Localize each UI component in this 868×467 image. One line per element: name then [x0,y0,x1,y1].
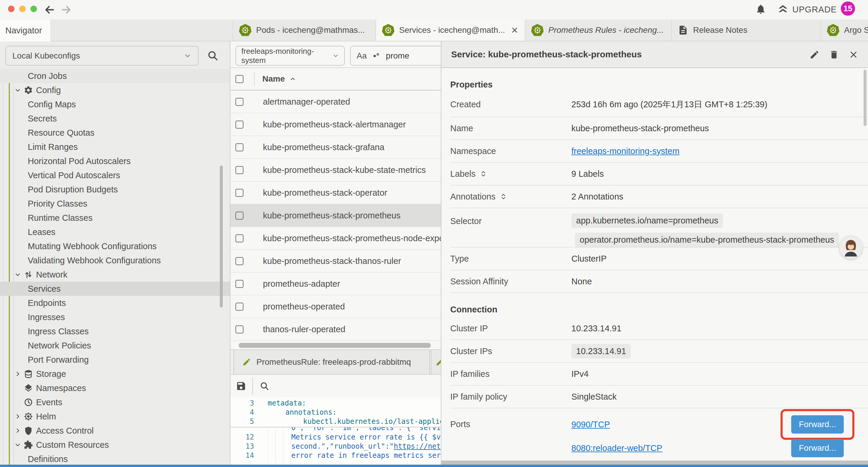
namespace-select[interactable]: freeleaps-monitoring-system [236,46,345,66]
sidebar-item[interactable]: Events [0,395,230,409]
close-tab-icon[interactable] [510,26,519,34]
regex-toggle[interactable]: ▪* [373,51,379,61]
forward-arrow-icon[interactable] [60,4,72,16]
sidebar-item[interactable]: Network Policies [0,339,230,353]
search-icon[interactable] [207,50,219,61]
row-checkbox[interactable] [236,143,243,151]
runbook-url-link[interactable]: https://net [394,442,441,450]
cluster-tab[interactable]: Services - icecheng@math... [375,20,525,41]
yaml-editor[interactable]: 3 metadata: 4 annotations: 5 kubectl.kub… [230,397,441,465]
sidebar-item[interactable]: Ingress Classes [0,324,230,339]
back-arrow-icon[interactable] [44,4,56,16]
table-row[interactable]: thanos-ruler-operated [230,318,441,341]
notifications-bell-icon[interactable] [755,4,766,15]
save-icon[interactable] [236,381,246,391]
cluster-tab[interactable]: Argo Se [820,20,868,41]
sidebar-item[interactable]: Config [0,83,230,97]
row-checkbox[interactable] [236,280,243,288]
sidebar-item[interactable]: Endpoints [0,296,230,310]
sidebar-item[interactable]: Horizontal Pod Autoscalers [0,154,230,168]
row-checkbox[interactable] [236,121,243,128]
sidebar-item[interactable]: Access Control [0,424,230,438]
traffic-light-close[interactable] [8,6,14,12]
table-row[interactable]: kube-prometheus-stack-thanos-ruler [230,250,441,272]
row-checkbox[interactable] [236,257,243,265]
table-row[interactable]: kube-prometheus-stack-operator [230,181,441,204]
cluster-tab[interactable]: Pods - icecheng@mathmas... [232,20,375,41]
match-case-toggle[interactable]: Aa [356,51,367,61]
tree-chevron-icon[interactable] [14,427,21,434]
cluster-tab[interactable]: Release Notes [671,20,820,41]
row-checkbox[interactable] [236,234,243,242]
sidebar-item[interactable]: Services [0,282,230,296]
sidebar-item[interactable]: Network [0,267,230,282]
table-row[interactable]: prometheus-adapter [230,272,441,295]
user-avatar[interactable] [839,236,863,259]
table-row[interactable]: kube-prometheus-stack-alertmanager [230,113,441,136]
detail-horizontal-scrollbar[interactable] [441,461,868,465]
tree-chevron-icon[interactable] [14,441,21,448]
edit-pencil-icon[interactable] [809,50,819,60]
detail-scrollbar[interactable] [864,70,867,126]
table-row[interactable]: kube-prometheus-stack-kube-state-metrics [230,159,441,181]
row-checkbox[interactable] [236,303,243,311]
sidebar-item[interactable]: Definitions [0,452,230,465]
sidebar-item[interactable]: Namespaces [0,381,230,395]
sidebar-item[interactable]: Validating Webhook Configurations [0,253,230,267]
traffic-light-minimize[interactable] [19,6,26,12]
port-link-8080[interactable]: 8080:reloader-web/TCP [571,443,662,453]
sidebar-item[interactable]: Helm [0,409,230,424]
sidebar-item[interactable]: Secrets [0,111,230,126]
name-column-header[interactable]: Name [262,74,296,84]
upgrade-button[interactable]: UPGRADE [777,4,837,16]
namespace-link[interactable]: freeleaps-monitoring-system [571,146,680,156]
expand-toggle-icon[interactable] [500,193,507,200]
table-row[interactable]: prometheus-operated [230,295,441,318]
sidebar-item[interactable]: Leases [0,225,230,239]
traffic-light-maximize[interactable] [30,6,37,12]
sidebar-item[interactable]: Port Forwarding [0,353,230,367]
tree-chevron-icon[interactable] [14,271,21,278]
select-all-checkbox[interactable] [236,75,243,83]
notification-count-badge[interactable]: 15 [841,1,855,16]
table-row[interactable]: kube-prometheus-stack-prometheus-node-ex… [230,227,441,250]
dock-tab-clipped[interactable] [431,350,441,374]
sidebar-item[interactable]: Runtime Classes [0,211,230,225]
dock-tab-prometheusrule[interactable]: PrometheusRule: freeleaps-prod-rabbitmq [234,350,430,374]
row-checkbox[interactable] [236,189,243,197]
kubeconfig-select[interactable]: Local Kubeconfigs [5,46,198,66]
row-checkbox[interactable] [236,98,243,106]
table-row[interactable]: kube-prometheus-stack-prometheus [230,204,441,227]
sidebar-item[interactable]: Cron Jobs [0,69,230,83]
row-checkbox[interactable] [236,325,243,333]
search-icon[interactable] [259,381,270,391]
sidebar-item[interactable]: Mutating Webhook Configurations [0,239,230,253]
row-checkbox[interactable] [236,166,243,174]
sidebar-item[interactable]: Priority Classes [0,197,230,211]
close-icon[interactable] [848,50,859,60]
search-input[interactable]: Aa ▪* prome [350,46,441,66]
sidebar-item[interactable]: Config Maps [0,97,230,111]
tree-chevron-icon[interactable] [14,87,21,94]
forward-button[interactable]: Forward... [791,415,844,434]
tree-chevron-icon[interactable] [14,370,21,377]
table-row[interactable]: alertmanager-operated [230,90,441,113]
sidebar-scrollbar[interactable] [220,166,223,308]
sidebar-item[interactable]: Storage [0,367,230,381]
sidebar-item[interactable]: Resource Quotas [0,126,230,140]
expand-toggle-icon[interactable] [479,170,487,178]
table-row[interactable]: kube-prometheus-stack-grafana [230,136,441,159]
cluster-tab[interactable]: Prometheus Rules - icecheng... [525,20,671,41]
navigator-panel-tab[interactable]: Navigator [0,20,50,41]
delete-trash-icon[interactable] [829,50,839,60]
sidebar-item[interactable]: Ingresses [0,310,230,324]
row-checkbox[interactable] [236,212,243,220]
forward-button[interactable]: Forward... [791,439,844,457]
sidebar-item[interactable]: Limit Ranges [0,140,230,154]
horizontal-scrollbar[interactable] [239,343,431,348]
sidebar-item[interactable]: Pod Disruption Budgets [0,182,230,197]
sidebar-item[interactable]: Custom Resources [0,438,230,452]
tree-chevron-icon[interactable] [14,413,21,420]
port-link-9090[interactable]: 9090/TCP [571,420,610,430]
sidebar-item[interactable]: Vertical Pod Autoscalers [0,168,230,182]
